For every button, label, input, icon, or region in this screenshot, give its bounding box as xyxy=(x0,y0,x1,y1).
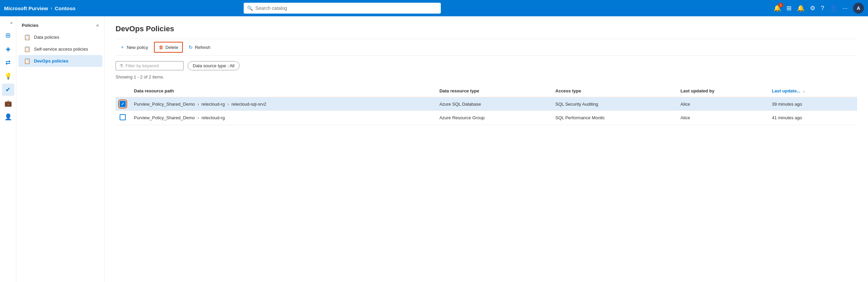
plus-icon: ＋ xyxy=(120,44,125,50)
table-body: Purview_Policy_Shared_Demo › relecloud-r… xyxy=(116,97,857,125)
refresh-icon: ↻ xyxy=(189,45,193,50)
nav-item-data-policies-label: Data policies xyxy=(34,35,59,40)
path-segment: Purview_Policy_Shared_Demo xyxy=(134,115,195,120)
data-table: Data resource path Data resource type Ac… xyxy=(116,85,857,125)
col-updated-by: Last updated by xyxy=(676,85,768,97)
sidebar-data-share-icon[interactable]: ⇄ xyxy=(2,56,14,69)
settings-icon[interactable]: ⚙ xyxy=(810,4,815,12)
sidebar-user-icon[interactable]: 👤 xyxy=(2,111,14,123)
search-icon: 🔍 xyxy=(247,5,253,11)
notification-badge: 1 xyxy=(778,3,783,7)
row-updated-by: Alice xyxy=(676,97,768,111)
self-service-icon: 📋 xyxy=(24,46,31,52)
avatar[interactable]: A xyxy=(853,3,864,14)
grid-icon[interactable]: ⊞ xyxy=(786,4,792,12)
nav-chevron: › xyxy=(51,6,52,11)
toolbar: ＋ New policy 🗑 Delete ↻ Refresh xyxy=(116,39,857,56)
refresh-button[interactable]: ↻ Refresh xyxy=(184,42,215,52)
row-last-updated: 39 minutes ago xyxy=(768,97,857,111)
sidebar-insight-icon[interactable]: 💡 xyxy=(2,70,14,82)
row-checkbox-cell xyxy=(116,111,130,125)
sidebar-catalog-icon[interactable]: ◈ xyxy=(2,43,14,55)
nav-item-self-service[interactable]: 📋 Self-service access policies xyxy=(18,43,102,55)
nav-item-devops-policies-label: DevOps policies xyxy=(34,58,68,64)
delete-button[interactable]: 🗑 Delete xyxy=(154,42,183,53)
row-resource-type: Azure SQL Database xyxy=(435,97,551,111)
sort-desc-icon: ↓ xyxy=(803,89,805,93)
data-source-type-label: Data source type : All xyxy=(193,63,235,68)
row-checkbox-cell xyxy=(116,97,130,111)
main-layout: » ⊞ ◈ ⇄ 💡 ✔ 💼 👤 Policies « 📋 Data polici… xyxy=(0,16,868,282)
row-checkbox[interactable] xyxy=(120,114,126,120)
col-checkbox xyxy=(116,85,130,97)
top-nav: Microsoft Purview › Contoso 🔍 🔔 1 ⊞ 🔔 ⚙ … xyxy=(0,0,868,16)
path-segment: relecloud-rg xyxy=(202,115,225,120)
nav-item-self-service-label: Self-service access policies xyxy=(34,47,88,52)
help-icon[interactable]: ? xyxy=(821,5,824,12)
data-source-type-filter[interactable]: Data source type : All xyxy=(188,61,240,70)
nav-item-devops-policies[interactable]: 📋 DevOps policies xyxy=(18,55,102,67)
table-row: Purview_Policy_Shared_Demo › relecloud-r… xyxy=(116,97,857,111)
path-separator: › xyxy=(226,102,230,107)
sidebar-briefcase-icon[interactable]: 💼 xyxy=(2,97,14,109)
refresh-label: Refresh xyxy=(195,45,210,50)
new-policy-button[interactable]: ＋ New policy xyxy=(116,42,153,53)
content-area: DevOps Policies ＋ New policy 🗑 Delete ↻ … xyxy=(105,16,868,282)
sidebar-home-icon[interactable]: ⊞ xyxy=(2,29,14,41)
top-nav-actions: 🔔 1 ⊞ 🔔 ⚙ ? 👤 ··· A xyxy=(774,3,864,14)
delete-icon: 🗑 xyxy=(159,45,163,50)
path-separator: › xyxy=(196,115,200,120)
table-header: Data resource path Data resource type Ac… xyxy=(116,85,857,97)
search-input[interactable] xyxy=(244,3,441,14)
nav-panel-title: Policies xyxy=(22,23,38,28)
nav-panel-header: Policies « xyxy=(16,20,104,30)
col-updated[interactable]: Last update... ↓ xyxy=(768,85,857,97)
showing-text: Showing 1 - 2 of 2 items. xyxy=(116,74,857,80)
col-path: Data resource path xyxy=(130,85,435,97)
icon-sidebar: » ⊞ ◈ ⇄ 💡 ✔ 💼 👤 xyxy=(0,16,16,282)
col-type: Data resource type xyxy=(435,85,551,97)
brand: Microsoft Purview › Contoso xyxy=(4,5,75,11)
brand-name: Microsoft Purview xyxy=(4,5,48,11)
data-policies-icon: 📋 xyxy=(24,34,31,40)
row-checkbox[interactable] xyxy=(120,101,126,107)
page-title: DevOps Policies xyxy=(116,24,857,33)
more-icon[interactable]: ··· xyxy=(843,5,848,12)
filter-keyword-input[interactable]: ⚗ Filter by keyword xyxy=(116,61,184,70)
col-access: Access type xyxy=(551,85,676,97)
nav-panel-collapse-btn[interactable]: « xyxy=(96,22,99,28)
path-segment: Purview_Policy_Shared_Demo xyxy=(134,102,195,107)
sidebar-policy-icon[interactable]: ✔ xyxy=(2,84,14,96)
row-updated-by: Alice xyxy=(676,111,768,125)
nav-panel: Policies « 📋 Data policies 📋 Self-servic… xyxy=(16,16,105,282)
new-policy-label: New policy xyxy=(127,45,148,50)
row-path: Purview_Policy_Shared_Demo › relecloud-r… xyxy=(130,97,435,111)
row-access-type: SQL Performance Monitc xyxy=(551,111,676,125)
tenant-name: Contoso xyxy=(55,5,75,11)
path-separator: › xyxy=(196,102,200,107)
bell-icon[interactable]: 🔔 xyxy=(797,4,804,12)
nav-item-data-policies[interactable]: 📋 Data policies xyxy=(18,31,102,43)
notification-icon[interactable]: 🔔 1 xyxy=(774,4,781,12)
delete-label: Delete xyxy=(166,45,178,50)
feedback-icon[interactable]: 👤 xyxy=(830,4,837,12)
path-segment: relecloud-sql-srv2 xyxy=(231,102,266,107)
table-row: Purview_Policy_Shared_Demo › relecloud-r… xyxy=(116,111,857,125)
filter-placeholder: Filter by keyword xyxy=(125,63,159,68)
filter-row: ⚗ Filter by keyword Data source type : A… xyxy=(116,61,857,70)
search-bar: 🔍 xyxy=(244,3,441,14)
row-access-type: SQL Security Auditing xyxy=(551,97,676,111)
devops-policies-icon: 📋 xyxy=(24,58,31,64)
path-segment: relecloud-rg xyxy=(202,102,225,107)
row-path: Purview_Policy_Shared_Demo › relecloud-r… xyxy=(130,111,435,125)
filter-icon: ⚗ xyxy=(119,63,123,68)
row-resource-type: Azure Resource Group xyxy=(435,111,551,125)
sidebar-collapse-btn[interactable]: » xyxy=(9,19,14,27)
row-last-updated: 41 minutes ago xyxy=(768,111,857,125)
